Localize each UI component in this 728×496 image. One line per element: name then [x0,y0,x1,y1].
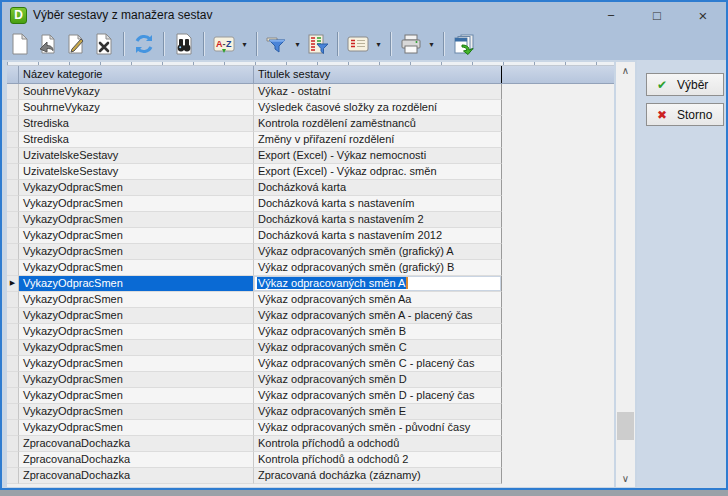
edit-document-button[interactable] [62,30,90,58]
close-button[interactable]: × [680,2,726,28]
category-cell[interactable]: VykazyOdpracSmen [19,244,254,260]
category-cell[interactable]: SouhrneVykazy [19,100,254,116]
column-header-title[interactable]: Titulek sestavy [254,66,502,83]
category-cell[interactable]: VykazyOdpracSmen [19,372,254,388]
export-button[interactable] [450,30,478,58]
category-cell[interactable]: SouhrneVykazy [19,84,254,100]
category-cell[interactable]: VykazyOdpracSmen [19,340,254,356]
title-cell[interactable]: Výsledek časové složky za rozdělení [254,100,502,116]
maximize-button[interactable]: □ [634,2,680,28]
table-row[interactable]: VykazyOdpracSmenVýkaz odpracovaných směn… [7,404,614,420]
columns-dropdown[interactable]: ▾ [372,30,385,58]
title-cell[interactable]: Výkaz odpracovaných směn - původní časy [254,420,502,436]
table-row[interactable]: VykazyOdpracSmenDocházková karta [7,180,614,196]
table-row[interactable]: VykazyOdpracSmenVýkaz odpracovaných směn… [7,308,614,324]
category-cell[interactable]: VykazyOdpracSmen [19,308,254,324]
table-row[interactable]: UzivatelskeSestavyExport (Excel) - Výkaz… [7,148,614,164]
title-cell[interactable]: Výkaz odpracovaných směn A - placený čas [254,308,502,324]
filter-list-button[interactable] [304,30,332,58]
title-cell[interactable]: Výkaz - ostatní [254,84,502,100]
category-cell[interactable]: VykazyOdpracSmen [19,276,254,292]
title-cell[interactable]: Výkaz odpracovaných směn C - placený čas [254,356,502,372]
table-row[interactable]: VykazyOdpracSmenDocházková karta s nasta… [7,196,614,212]
category-cell[interactable]: VykazyOdpracSmen [19,180,254,196]
category-cell[interactable]: VykazyOdpracSmen [19,260,254,276]
title-cell[interactable]: Kontrola příchodů a odchodů [254,436,502,452]
title-cell[interactable]: Výkaz odpracovaných směn Aa [254,292,502,308]
title-cell[interactable]: Zpracovaná docházka (záznamy) [254,468,502,484]
category-cell[interactable]: ZpracovanaDochazka [19,436,254,452]
title-cell[interactable]: Export (Excel) - Výkaz odprac. směn [254,164,502,180]
category-cell[interactable]: Strediska [19,116,254,132]
title-cell[interactable]: Výkaz odpracovaných směn (grafický) A [254,244,502,260]
table-row[interactable]: VykazyOdpracSmenVýkaz odpracovaných směn… [7,388,614,404]
print-button[interactable] [397,30,425,58]
category-cell[interactable]: VykazyOdpracSmen [19,196,254,212]
category-cell[interactable]: VykazyOdpracSmen [19,420,254,436]
title-cell[interactable]: Výkaz odpracovaných směn B [254,324,502,340]
category-cell[interactable]: VykazyOdpracSmen [19,292,254,308]
category-cell[interactable]: ZpracovanaDochazka [19,468,254,484]
sort-az-button[interactable]: A - Z [210,30,238,58]
table-row[interactable]: VykazyOdpracSmenVýkaz odpracovaných směn… [7,292,614,308]
table-row[interactable]: VykazyOdpracSmenVýkaz odpracovaných směn… [7,324,614,340]
delete-document-button[interactable] [90,30,118,58]
filter-button[interactable] [263,30,291,58]
table-row[interactable]: ZpracovanaDochazkaZpracovaná docházka (z… [7,468,614,484]
table-row[interactable]: SouhrneVykazyVýsledek časové složky za r… [7,100,614,116]
table-row[interactable]: UzivatelskeSestavyExport (Excel) - Výkaz… [7,164,614,180]
table-row[interactable]: StrediskaKontrola rozdělení zaměstnanců [7,116,614,132]
scroll-up-icon[interactable]: ∧ [616,62,635,79]
column-header-category[interactable]: Název kategorie [19,66,254,83]
table-row[interactable]: VykazyOdpracSmenDocházková karta s nasta… [7,228,614,244]
category-cell[interactable]: UzivatelskeSestavy [19,148,254,164]
title-cell[interactable]: Kontrola rozdělení zaměstnanců [254,116,502,132]
table-row[interactable]: VykazyOdpracSmenVýkaz odpracovaných směn… [7,372,614,388]
vertical-scrollbar[interactable]: ∧ ∨ [616,62,635,487]
title-cell[interactable]: Kontrola příchodů a odchodů 2 [254,452,502,468]
title-cell[interactable]: Docházková karta [254,180,502,196]
new-document-button[interactable] [6,30,34,58]
category-cell[interactable]: VykazyOdpracSmen [19,212,254,228]
minimize-button[interactable]: − [588,2,634,28]
table-row[interactable]: VykazyOdpracSmenDocházková karta s nasta… [7,212,614,228]
title-cell[interactable]: Docházková karta s nastavením 2 [254,212,502,228]
table-row[interactable]: VykazyOdpracSmenVýkaz odpracovaných směn… [7,340,614,356]
title-cell[interactable]: Výkaz odpracovaných směn C [254,340,502,356]
filter-dropdown[interactable]: ▾ [291,30,304,58]
open-document-button[interactable] [34,30,62,58]
title-cell[interactable]: Výkaz odpracovaných směn D - placený čas [254,388,502,404]
table-row[interactable]: VykazyOdpracSmenVýkaz odpracovaných směn… [7,244,614,260]
title-cell[interactable]: Docházková karta s nastavením 2012 [254,228,502,244]
table-row[interactable]: StrediskaZměny v přiřazení rozdělení [7,132,614,148]
title-cell[interactable]: Výkaz odpracovaných směn D [254,372,502,388]
table-row[interactable]: ▶VykazyOdpracSmenVýkaz odpracovaných smě… [7,276,614,292]
sort-az-dropdown[interactable]: ▾ [238,30,251,58]
refresh-button[interactable] [130,30,158,58]
table-row[interactable]: ZpracovanaDochazkaKontrola příchodů a od… [7,452,614,468]
scroll-down-icon[interactable]: ∨ [616,470,635,487]
title-cell[interactable]: Výkaz odpracovaných směn E [254,404,502,420]
cancel-button[interactable]: ✖ Storno [646,103,724,126]
columns-button[interactable] [344,30,372,58]
category-cell[interactable]: Strediska [19,132,254,148]
table-row[interactable]: ZpracovanaDochazkaKontrola příchodů a od… [7,436,614,452]
category-cell[interactable]: ZpracovanaDochazka [19,452,254,468]
scrollbar-thumb[interactable] [617,412,634,440]
print-dropdown[interactable]: ▾ [425,30,438,58]
category-cell[interactable]: VykazyOdpracSmen [19,228,254,244]
select-button[interactable]: ✔ Výběr [646,73,724,96]
category-cell[interactable]: VykazyOdpracSmen [19,404,254,420]
scrollbar-track[interactable] [616,79,635,470]
title-cell[interactable]: Výkaz odpracovaných směn A [254,276,502,292]
find-button[interactable] [170,30,198,58]
category-cell[interactable]: VykazyOdpracSmen [19,388,254,404]
table-row[interactable]: VykazyOdpracSmenVýkaz odpracovaných směn… [7,356,614,372]
table-row[interactable]: VykazyOdpracSmenVýkaz odpracovaných směn… [7,420,614,436]
title-cell[interactable]: Export (Excel) - Výkaz nemocnosti [254,148,502,164]
table-row[interactable]: SouhrneVykazyVýkaz - ostatní [7,84,614,100]
inline-editor-selected-text[interactable]: Výkaz odpracovaných směn A [257,277,408,289]
category-cell[interactable]: VykazyOdpracSmen [19,324,254,340]
table-row[interactable]: VykazyOdpracSmenVýkaz odpracovaných směn… [7,260,614,276]
category-cell[interactable]: VykazyOdpracSmen [19,356,254,372]
